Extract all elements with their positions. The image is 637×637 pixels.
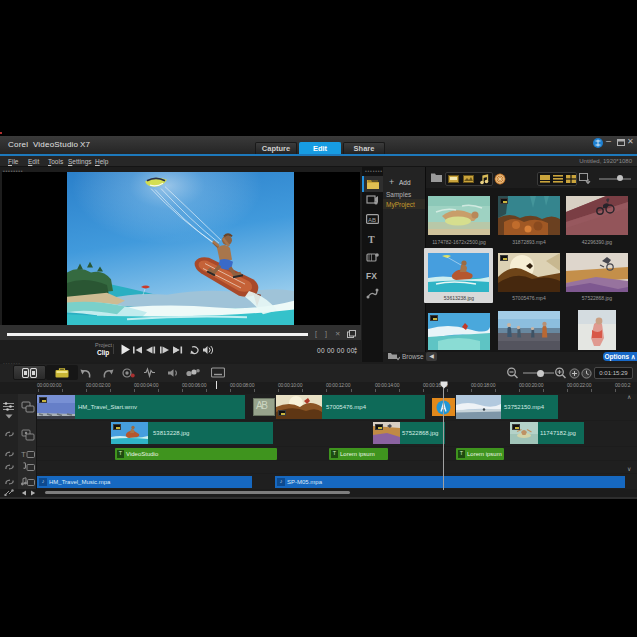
svg-text:T: T	[21, 450, 26, 459]
svg-text:AB: AB	[368, 217, 376, 223]
